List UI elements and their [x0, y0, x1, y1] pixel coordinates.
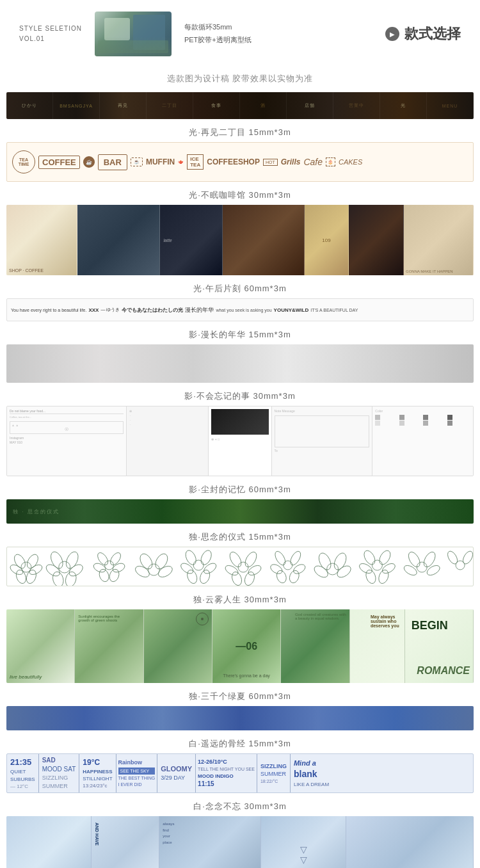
- svg-point-47: [327, 563, 339, 575]
- band7-label: 独·思念的仪式 15mm*3m: [6, 526, 474, 547]
- svg-point-19: [98, 568, 111, 583]
- svg-point-55: [358, 561, 374, 575]
- band-1-tape: ひかり BMSANGJYA 再見 二丁目 食事 酒 店舗 営業中 光 MENU: [6, 92, 474, 119]
- svg-point-33: [238, 562, 248, 572]
- band-11-tape: 21:35 QUIET SUBURBS — 12°C SAD MOOD SAT …: [6, 753, 474, 793]
- svg-point-37: [246, 563, 262, 577]
- band-5-tape: [6, 344, 474, 383]
- band-6-tape: Do not blame your food... Coffee, tea at…: [6, 406, 474, 476]
- svg-point-7: [59, 561, 70, 573]
- band11-label: 白·念念不忘 30mm*3m: [6, 796, 474, 816]
- band4-label: 影·漫长的年华 15mm*3m: [6, 324, 474, 344]
- svg-point-51: [335, 563, 353, 579]
- band1-pattern: ひかり BMSANGJYA 再見 二丁目 食事 酒 店舗 営業中 光 MENU: [6, 92, 474, 119]
- band6-label: 影·尘封的记忆 60mm*3m: [6, 479, 474, 499]
- band-2-tape: TEATIME COFFEE ☕ BAR ☕ MUFFIN 🫖 ICETEA C…: [6, 142, 474, 182]
- svg-point-41: [273, 550, 287, 567]
- band-10-tape: [6, 706, 474, 730]
- svg-point-31: [186, 568, 199, 584]
- bands-container: ひかり BMSANGJYA 再見 二丁目 食事 酒 店舗 営業中 光 MENU …: [0, 92, 480, 868]
- svg-point-66: [461, 550, 473, 566]
- svg-point-21: [148, 564, 159, 575]
- band-3-tape: SHOP · COFFEE latte 109 GONNA MAKE IT HA…: [6, 205, 474, 275]
- svg-point-5: [15, 568, 28, 584]
- band5-label: 影·不会忘记的事 30mm*3m: [6, 385, 474, 406]
- svg-point-50: [312, 563, 330, 579]
- svg-point-20: [108, 568, 121, 583]
- header-product-image: [95, 12, 172, 56]
- svg-point-16: [108, 551, 122, 567]
- svg-point-60: [406, 550, 422, 568]
- svg-point-25: [156, 564, 174, 579]
- header-section: STYLE SELETION VOL.01 每款循环35mm PET胶带+透明离…: [0, 0, 480, 68]
- svg-point-26: [193, 560, 204, 570]
- band-8-tape: [6, 547, 474, 586]
- svg-point-65: [445, 550, 459, 566]
- svg-point-9: [64, 550, 81, 570]
- svg-point-1: [12, 552, 28, 570]
- svg-point-59: [417, 562, 427, 572]
- svg-point-42: [289, 550, 303, 567]
- band-9-tape: live beautifully Sunlight encourages the…: [6, 609, 474, 683]
- svg-point-48: [317, 551, 333, 572]
- svg-point-38: [230, 570, 244, 586]
- svg-point-32: [198, 568, 212, 584]
- svg-point-35: [243, 550, 259, 568]
- svg-point-24: [134, 564, 152, 579]
- subtitle: 选款图为设计稿 胶带效果以实物为准: [0, 68, 480, 92]
- svg-point-23: [153, 552, 170, 571]
- svg-point-52: [372, 560, 382, 570]
- band4-text: You have every right to a beautiful life…: [11, 306, 469, 314]
- svg-point-34: [227, 550, 243, 568]
- svg-point-58: [377, 568, 390, 584]
- header-title-cn: 款式选择: [404, 24, 461, 44]
- svg-point-15: [95, 551, 109, 567]
- band9-label: 独·三千个绿夏 60mm*3m: [6, 686, 474, 706]
- svg-point-39: [243, 570, 257, 586]
- band2-icons: TEATIME COFFEE ☕ BAR ☕ MUFFIN 🫖 ICETEA C…: [12, 150, 468, 173]
- header-style-label: STYLE SELETION VOL.01: [19, 24, 82, 44]
- svg-point-2: [25, 552, 40, 570]
- svg-point-44: [292, 563, 307, 575]
- svg-point-30: [202, 561, 218, 575]
- band8-label: 独·云雾人生 30mm*3m: [6, 589, 474, 609]
- svg-point-8: [49, 550, 65, 570]
- svg-point-43: [269, 563, 284, 575]
- band-4-tape: You have every right to a beautiful life…: [6, 298, 474, 321]
- band3-label: 光·午后片刻 60mm*3m: [6, 278, 474, 298]
- svg-point-62: [403, 563, 419, 577]
- page-wrapper: STYLE SELETION VOL.01 每款循环35mm PET胶带+透明离…: [0, 0, 480, 868]
- svg-point-57: [364, 568, 378, 584]
- band-7-tape: 独 · 思念的仪式: [6, 499, 474, 524]
- band1-label: 光·再见二丁目 15mm*3m: [6, 122, 474, 142]
- band10-label: 白·遥远的骨经 15mm*3m: [6, 733, 474, 753]
- svg-point-22: [138, 552, 155, 571]
- svg-point-6: [25, 568, 38, 584]
- svg-point-14: [105, 561, 114, 570]
- svg-point-63: [426, 563, 442, 577]
- band-12-tape: stillness your efforts AND HAVE alwaysfi…: [6, 816, 474, 868]
- band2-label: 光·不眠咖啡馆 30mm*3m: [6, 184, 474, 205]
- svg-point-29: [179, 561, 195, 575]
- flower-outline-svg: [7, 547, 473, 586]
- svg-point-56: [381, 561, 397, 575]
- svg-point-49: [332, 551, 348, 572]
- svg-point-40: [284, 561, 292, 570]
- play-button[interactable]: ▶: [385, 27, 399, 41]
- svg-point-36: [224, 563, 240, 577]
- header-specs: 每款循环35mm PET胶带+透明离型纸: [184, 21, 372, 47]
- svg-point-45: [275, 569, 288, 584]
- svg-point-61: [422, 550, 438, 568]
- svg-point-46: [288, 569, 301, 584]
